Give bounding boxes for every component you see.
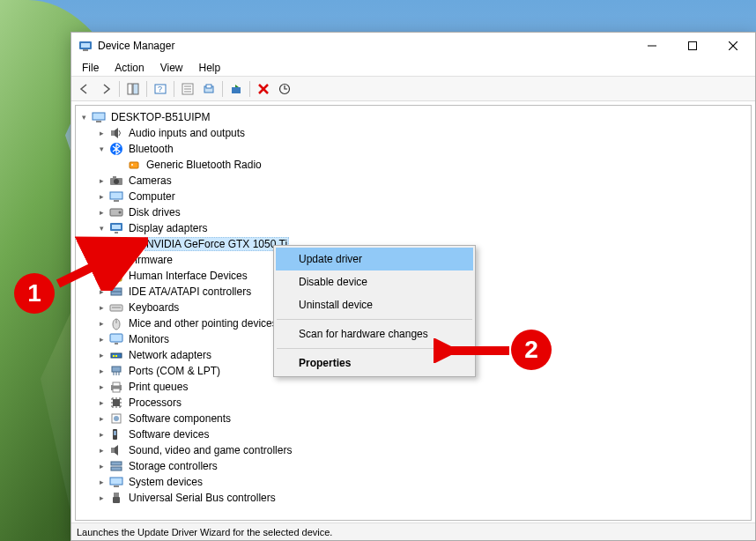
tree-node-label: Audio inputs and outputs — [127, 127, 247, 139]
tree-node-label: System devices — [127, 476, 204, 488]
back-button[interactable] — [75, 79, 94, 99]
chevron-right-icon[interactable]: ▸ — [95, 174, 107, 187]
tree-node[interactable]: ▸Storage controllers — [93, 458, 751, 474]
tree-node-label: Keyboards — [127, 301, 181, 314]
svg-rect-58 — [113, 389, 120, 392]
tree-node[interactable]: ▸Computer — [93, 189, 751, 204]
context-uninstall-device[interactable]: Uninstall device — [276, 293, 473, 316]
svg-point-61 — [114, 416, 119, 421]
computer-icon — [92, 110, 106, 124]
svg-rect-2 — [83, 49, 88, 51]
chevron-down-icon[interactable]: ▾ — [95, 143, 107, 155]
device-category-icon — [109, 221, 123, 235]
chevron-right-icon[interactable]: ▸ — [95, 492, 107, 504]
chevron-right-icon[interactable]: ▸ — [95, 206, 107, 219]
tree-node-label: Monitors — [127, 333, 171, 345]
scan-icon — [230, 83, 242, 95]
svg-rect-66 — [111, 467, 122, 471]
window-title: Device Manager — [98, 40, 174, 52]
chevron-down-icon[interactable]: ▾ — [78, 111, 90, 123]
device-category-icon — [109, 174, 123, 188]
tree-node[interactable]: ▸Cameras — [93, 173, 751, 189]
svg-line-71 — [58, 245, 137, 284]
tree-leaf-node[interactable]: Generic Bluetooth Radio — [111, 157, 751, 173]
tree-node-label: Network adapters — [127, 349, 213, 361]
device-category-icon — [109, 189, 123, 204]
tree-node[interactable]: ▸System devices — [93, 474, 751, 490]
chevron-right-icon[interactable]: ▸ — [95, 365, 107, 377]
device-category-icon — [109, 475, 123, 489]
device-category-icon — [109, 300, 123, 315]
chevron-right-icon[interactable]: ▸ — [95, 444, 107, 456]
tree-node[interactable]: ▾Bluetooth — [93, 141, 751, 157]
device-category-icon — [109, 380, 123, 394]
svg-rect-8 — [133, 84, 138, 94]
context-disable-device[interactable]: Disable device — [276, 270, 473, 293]
tree-root-node[interactable]: ▾ DESKTOP-B51UIPM — [76, 109, 751, 125]
tree-node[interactable]: ▸Sound, video and game controllers — [93, 442, 751, 458]
chevron-right-icon[interactable]: ▸ — [95, 428, 107, 441]
device-category-icon — [109, 205, 123, 219]
tree-node[interactable]: ▸Universal Serial Bus controllers — [93, 490, 751, 506]
maximize-button[interactable] — [672, 33, 713, 59]
tree-node[interactable]: ▸Print queues — [93, 379, 751, 395]
svg-rect-35 — [112, 225, 121, 229]
toolbar-separator — [146, 81, 147, 97]
close-icon — [729, 41, 737, 50]
action1-button[interactable] — [178, 79, 197, 99]
statusbar-text: Launches the Update Driver Wizard for th… — [77, 527, 332, 537]
svg-rect-53 — [113, 355, 115, 357]
svg-rect-50 — [110, 334, 122, 342]
chevron-right-icon[interactable]: ▸ — [95, 190, 107, 203]
chevron-right-icon[interactable]: ▸ — [95, 301, 107, 314]
chevron-right-icon[interactable]: ▸ — [95, 460, 107, 472]
menu-help[interactable]: Help — [192, 60, 228, 76]
maximize-icon — [688, 41, 697, 50]
uninstall-icon — [257, 83, 270, 95]
device-category-icon — [109, 348, 123, 362]
help-toolbar-button[interactable]: ? — [151, 79, 170, 99]
chevron-right-icon[interactable]: ▸ — [95, 333, 107, 345]
minimize-icon — [648, 41, 656, 50]
tree-node[interactable]: ▸Software components — [93, 411, 751, 426]
chevron-right-icon[interactable]: ▸ — [95, 412, 107, 425]
chevron-right-icon[interactable]: ▸ — [95, 127, 107, 139]
scan-hardware-button[interactable] — [226, 79, 246, 99]
tree-node[interactable]: ▸Software devices — [93, 426, 751, 442]
titlebar[interactable]: Device Manager — [71, 33, 755, 59]
chevron-right-icon[interactable]: ▸ — [95, 317, 107, 330]
forward-button[interactable] — [96, 79, 115, 99]
close-button[interactable] — [713, 33, 753, 59]
menu-action[interactable]: Action — [107, 60, 151, 76]
action2-button[interactable] — [199, 79, 219, 99]
tree-node-label: Universal Serial Bus controllers — [127, 492, 278, 504]
chevron-down-icon[interactable]: ▾ — [95, 222, 107, 234]
chevron-right-icon[interactable]: ▸ — [95, 476, 107, 488]
minimize-button[interactable] — [632, 33, 672, 59]
uninstall-button[interactable] — [254, 79, 273, 99]
tree-node[interactable]: ▸Processors — [93, 395, 751, 411]
tree-node-label: Storage controllers — [127, 460, 219, 472]
menu-view[interactable]: View — [153, 60, 190, 76]
context-menu-separator — [277, 319, 472, 320]
tree-node[interactable]: ▸Disk drives — [93, 204, 751, 220]
menu-file[interactable]: File — [75, 60, 106, 76]
svg-rect-57 — [113, 382, 120, 386]
context-update-driver[interactable]: Update driver — [276, 248, 473, 270]
tree-node[interactable]: ▾Display adapters — [93, 220, 751, 236]
chevron-right-icon[interactable]: ▸ — [95, 349, 107, 361]
show-hide-console-button[interactable] — [123, 79, 143, 99]
svg-rect-22 — [96, 121, 101, 122]
svg-rect-16 — [206, 85, 211, 88]
device-category-icon — [109, 142, 123, 156]
tree-node-label: Mice and other pointing devices — [127, 317, 279, 330]
console-tree-icon — [127, 83, 139, 95]
svg-rect-69 — [114, 493, 119, 497]
enable-button[interactable] — [275, 79, 294, 99]
tree-node[interactable]: ▸Audio inputs and outputs — [93, 125, 751, 141]
chevron-right-icon[interactable]: ▸ — [95, 396, 107, 409]
chevron-right-icon[interactable]: ▸ — [95, 381, 107, 393]
svg-point-28 — [114, 179, 119, 184]
svg-rect-30 — [110, 192, 122, 199]
toolbar: ? — [71, 77, 755, 101]
